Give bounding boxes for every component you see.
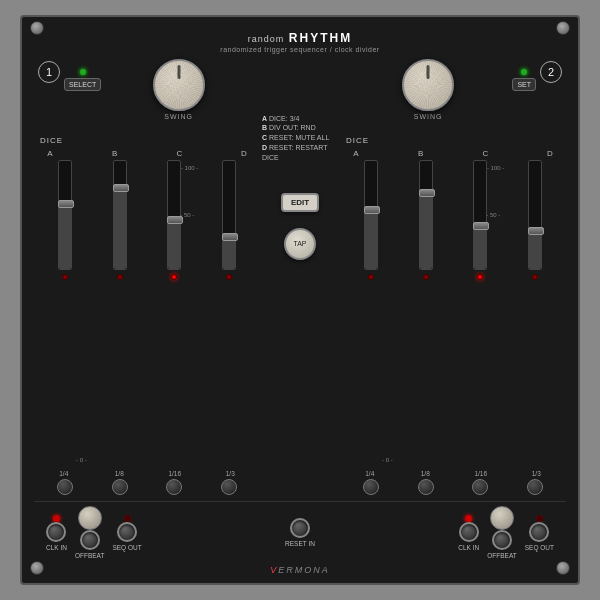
- ch1-div-1-16: 1/16: [164, 470, 186, 477]
- ch1-jack-1-16[interactable]: [166, 479, 182, 495]
- ch2-slider-d-handle[interactable]: [528, 227, 544, 235]
- tap-button[interactable]: TAP: [284, 228, 316, 260]
- ch1-tick-100: - 100 -: [181, 165, 198, 171]
- ch2-slider-a: [361, 160, 381, 446]
- ch1-number: 1: [38, 61, 60, 83]
- ch2-col-a: A: [346, 149, 366, 158]
- ch1-slider-a: [55, 160, 75, 446]
- ch1-led-btn: SELECT: [64, 69, 101, 91]
- ch1-offbeat-jack[interactable]: [80, 530, 100, 550]
- main-content: 1 SELECT SWING DICE A B: [34, 59, 566, 497]
- ch1-knob-ridges: [155, 61, 203, 109]
- ch1-seq-out: SEQ OUT: [112, 515, 141, 551]
- ch1-slider-b: [110, 160, 130, 446]
- ch1-slider-b-handle[interactable]: [113, 184, 129, 192]
- ch1-led-c: [171, 274, 177, 280]
- ch2-slider-c-track[interactable]: - 100 - - 50 -: [473, 160, 487, 270]
- ch1-div-1-3: 1/3: [219, 470, 241, 477]
- bottom-screws: [22, 557, 578, 579]
- ch2-slider-b-handle[interactable]: [419, 189, 435, 197]
- module: random RHYTHM randomized trigger sequenc…: [20, 15, 580, 585]
- ch2-clk-led: [465, 515, 472, 522]
- ch1-seq-label: SEQ OUT: [112, 544, 141, 551]
- ch2-div-1-16: 1/16: [470, 470, 492, 477]
- ch2-jacks-row1: [340, 477, 566, 497]
- ch2-offbeat-knob[interactable]: [490, 506, 514, 530]
- ch2-jack-1-8[interactable]: [418, 479, 434, 495]
- ch1-offbeat-knob[interactable]: [78, 506, 102, 530]
- ch2-jack-1-16[interactable]: [472, 479, 488, 495]
- ch1-clk-led: [53, 515, 60, 522]
- ch1-bottom: CLK IN OFFBEAT SEQ OUT: [42, 506, 270, 559]
- ch1-jack-1-4[interactable]: [57, 479, 73, 495]
- ch1-seq-jack[interactable]: [117, 522, 137, 542]
- ch2-div-labels: 1/4 1/8 1/16 1/3: [340, 470, 566, 477]
- ch2-top: 2 SET SWING: [340, 59, 566, 129]
- ch2-clk-jack[interactable]: [459, 522, 479, 542]
- ch1-div-1-8: 1/8: [108, 470, 130, 477]
- ch1-slider-c-track[interactable]: - 100 - - 50 -: [167, 160, 181, 270]
- module-subtitle: randomized trigger sequencer / clock div…: [34, 46, 566, 54]
- info-d-text: RESET: RESTART DICE: [262, 144, 327, 161]
- center-panel: A DICE: 3/4 B DIV OUT: RND C RESET: MUTE…: [260, 59, 340, 497]
- ch1-slider-a-fill: [59, 204, 71, 269]
- ch2-clk-in: CLK IN: [458, 515, 479, 551]
- ch2-slider-b-track[interactable]: [419, 160, 433, 270]
- ch2-set-button[interactable]: SET: [512, 78, 536, 91]
- ch1-swing-knob[interactable]: [153, 59, 205, 111]
- ch1-slider-d-handle[interactable]: [222, 233, 238, 241]
- ch2-jack-1-4[interactable]: [363, 479, 379, 495]
- screws: [22, 17, 578, 39]
- ch1-select-button[interactable]: SELECT: [64, 78, 101, 91]
- ch1-clk-in: CLK IN: [46, 515, 67, 551]
- ch2-slider-d-track[interactable]: [528, 160, 542, 270]
- ch2-offbeat: OFFBEAT: [487, 506, 517, 559]
- ch1-col-c: C: [169, 149, 189, 158]
- reset-in-section: RESET IN: [270, 518, 330, 547]
- ch2-seq-jack[interactable]: [529, 522, 549, 542]
- ch1-tick-0: - 0 -: [76, 457, 87, 463]
- ch2-col-c: C: [475, 149, 495, 158]
- ch2-slider-a-handle[interactable]: [364, 206, 380, 214]
- ch2-number: 2: [540, 61, 562, 83]
- ch2-tick-100: - 100 -: [487, 165, 504, 171]
- ch2-div-1-3: 1/3: [525, 470, 547, 477]
- info-text: A DICE: 3/4 B DIV OUT: RND C RESET: MUTE…: [260, 114, 340, 163]
- ch2-offbeat-jack[interactable]: [492, 530, 512, 550]
- ch1-slider-a-track[interactable]: [58, 160, 72, 270]
- ch2-led-b: [423, 274, 429, 280]
- ch2-seq-out: SEQ OUT: [525, 515, 554, 551]
- info-a-text: DICE: 3/4: [269, 115, 299, 122]
- ch1-slider-b-track[interactable]: [113, 160, 127, 270]
- ch1-slider-c: - 100 - - 50 -: [164, 160, 184, 446]
- info-a: A DICE: 3/4: [262, 114, 338, 124]
- reset-in-jack[interactable]: [290, 518, 310, 538]
- ch1-offbeat: OFFBEAT: [75, 506, 105, 559]
- ch2-dice-col-labels: A B C D: [340, 149, 566, 158]
- ch2-knob-area: SWING: [344, 59, 512, 120]
- ch1-clk-label: CLK IN: [46, 544, 67, 551]
- ch1-col-d: D: [234, 149, 254, 158]
- ch1-slider-c-handle[interactable]: [167, 216, 183, 224]
- ch2-col-d: D: [540, 149, 560, 158]
- ch1-led-d: [226, 274, 232, 280]
- ch2-slider-a-track[interactable]: [364, 160, 378, 270]
- ch1-div-labels: 1/4 1/8 1/16 1/3: [34, 470, 260, 477]
- ch1-jack-1-3[interactable]: [221, 479, 237, 495]
- ch2-slider-c-handle[interactable]: [473, 222, 489, 230]
- ch2-slider-c-fill: [474, 225, 486, 268]
- ch1-col-a: A: [40, 149, 60, 158]
- ch1-top: 1 SELECT SWING: [34, 59, 260, 129]
- channel-2: 2 SET SWING DICE A B C: [340, 59, 566, 497]
- ch1-slider-a-handle[interactable]: [58, 200, 74, 208]
- ch2-slider-c: - 100 - - 50 -: [470, 160, 490, 446]
- ch1-slider-d-track[interactable]: [222, 160, 236, 270]
- ch2-swing-knob[interactable]: [402, 59, 454, 111]
- ch2-jack-1-3[interactable]: [527, 479, 543, 495]
- ch1-jack-1-8[interactable]: [112, 479, 128, 495]
- ch2-slider-d-fill: [529, 231, 541, 269]
- bottom-row: CLK IN OFFBEAT SEQ OUT RESET IN CLK: [34, 501, 566, 563]
- ch1-led-a: [62, 274, 68, 280]
- ch1-clk-jack[interactable]: [46, 522, 66, 542]
- edit-button[interactable]: EDIT: [281, 193, 319, 212]
